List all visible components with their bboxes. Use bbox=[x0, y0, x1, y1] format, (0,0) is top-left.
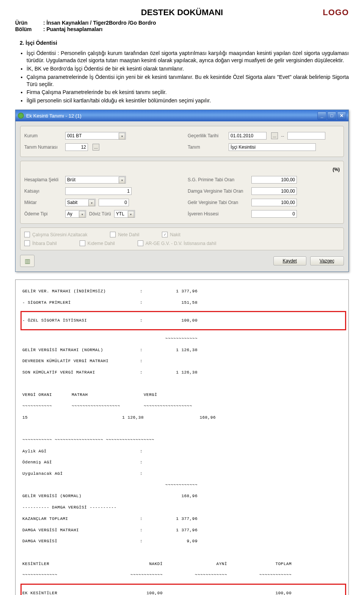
bullet-list: İşçi Ödentisi : Personelin çalıştığı kur… bbox=[27, 50, 349, 104]
urun-value: : İnsan Kaynakları / Tiger2Bordro /Go Bo… bbox=[43, 20, 156, 26]
hesaplama-field[interactable] bbox=[65, 176, 126, 184]
arge-checkbox[interactable]: AR-GE G.V. - D.V. İstisnasına dahil bbox=[138, 240, 217, 246]
tanim-field[interactable] bbox=[229, 143, 316, 151]
kideme-checkbox[interactable]: Kıdeme Dahil bbox=[80, 240, 115, 246]
tanimno-label: Tanım Numarası bbox=[24, 144, 62, 150]
kurum-label: Kurum bbox=[24, 133, 62, 138]
sgprim-field[interactable] bbox=[251, 176, 297, 184]
gecerlilik-end-field[interactable] bbox=[287, 132, 325, 140]
date-dash: -- bbox=[281, 133, 284, 139]
close-icon[interactable]: ✕ bbox=[337, 111, 346, 120]
bullet-item: İlgili personelin sicil kartları/tabi ol… bbox=[27, 97, 349, 104]
miktar-val-field[interactable] bbox=[99, 199, 129, 206]
arge-label: AR-GE G.V. - D.V. İstisnasına dahil bbox=[146, 241, 217, 246]
gecerlilik-field[interactable] bbox=[229, 132, 267, 140]
chevron-down-icon[interactable]: ▾ bbox=[119, 133, 125, 140]
tanimno-field[interactable] bbox=[65, 143, 88, 151]
maximize-icon[interactable]: □ bbox=[327, 111, 336, 120]
katsayi-field[interactable] bbox=[65, 187, 132, 195]
r-l: GELİR VER. MATRAHI (İNDİRİMSİZ) bbox=[22, 289, 140, 294]
damga-field[interactable] bbox=[251, 187, 297, 195]
katsayi-label: Katsayı bbox=[24, 188, 62, 194]
damga-label: Damga Vergisine Tabi Oran bbox=[188, 188, 248, 194]
dialog-window: Ek Kesinti Tanımı - 12 (1) _ □ ✕ Kurum ▾ bbox=[15, 110, 349, 272]
ihbara-checkbox[interactable]: İhbara Dahil bbox=[24, 240, 57, 246]
bullet-item: Çalışma parametrelerinde İş Ödentisi içi… bbox=[27, 74, 349, 88]
percent-label: (%) bbox=[333, 167, 340, 172]
nakit-checkbox[interactable]: ✓Nakit bbox=[162, 232, 180, 237]
kideme-label: Kıdeme Dahil bbox=[88, 241, 115, 246]
chevron-down-icon[interactable]: ▾ bbox=[128, 211, 134, 218]
logo: LOGO bbox=[323, 8, 349, 17]
window-title: Ek Kesinti Tanımı - 12 (1) bbox=[26, 113, 317, 119]
save-button[interactable]: Kaydet bbox=[273, 256, 306, 265]
tanim-label: Tanım bbox=[188, 144, 226, 150]
odeme-label: Ödeme Tipi bbox=[24, 211, 62, 217]
lookup-icon[interactable]: … bbox=[93, 144, 99, 151]
bullet-item: Firma Çalışma Parametrelerinde bu ek kes… bbox=[27, 89, 349, 96]
doviz-label: Döviz Türü bbox=[89, 211, 111, 217]
urun-label: Ürün bbox=[15, 20, 42, 26]
bolum-value: : Puantaj hesaplamaları bbox=[43, 26, 102, 32]
gelir-label: Gelir Vergisine Tabi Oran bbox=[188, 200, 248, 205]
bullet-item: İşçi Ödentisi : Personelin çalıştığı kur… bbox=[27, 50, 349, 64]
section-heading: 2. İşçi Ödentisi bbox=[20, 40, 349, 46]
date-picker-icon[interactable]: … bbox=[271, 132, 278, 139]
kurum-field[interactable] bbox=[65, 132, 126, 140]
highlight-ozel-sigorta: - ÖZEL SİGORTA İSTİSNASI:100,00 bbox=[20, 311, 346, 330]
chevron-down-icon[interactable]: ▾ bbox=[119, 177, 125, 184]
gecerlilik-label: Geçerlilik Tarihi bbox=[188, 133, 226, 138]
doc-title: DESTEK DOKÜMANI bbox=[15, 8, 349, 17]
miktar-label: Miktar bbox=[24, 200, 62, 205]
highlight-ek-kesintiler: EK KESİNTİLER100,00100,00 bbox=[20, 584, 346, 595]
isveren-label: İşveren Hissesi bbox=[188, 211, 248, 217]
chevron-down-icon[interactable]: ▾ bbox=[88, 199, 95, 206]
cancel-button[interactable]: Vazgeç bbox=[310, 256, 344, 265]
chevron-down-icon[interactable]: ▾ bbox=[79, 211, 85, 218]
minimize-icon[interactable]: _ bbox=[317, 111, 326, 120]
calisma-suresi-checkbox[interactable]: Çalışma Süresini Azaltacak bbox=[24, 232, 87, 237]
nete-checkbox[interactable]: Nete Dahil bbox=[110, 232, 139, 237]
ihbara-label: İhbara Dahil bbox=[32, 241, 57, 246]
payroll-report: GELİR VER. MATRAHI (İNDİRİMSİZ):1 377,96… bbox=[15, 279, 349, 595]
calisma-suresi-label: Çalışma Süresini Azaltacak bbox=[32, 232, 87, 237]
isveren-field[interactable] bbox=[251, 210, 297, 218]
list-icon-button[interactable]: ▥ bbox=[20, 255, 35, 267]
hesaplama-label: Hesaplama Şekli bbox=[24, 177, 62, 182]
nakit-label: Nakit bbox=[170, 232, 180, 237]
titlebar: Ek Kesinti Tanımı - 12 (1) _ □ ✕ bbox=[16, 110, 348, 121]
bolum-label: Bölüm bbox=[15, 26, 42, 32]
nete-label: Nete Dahil bbox=[118, 232, 139, 237]
app-icon bbox=[18, 113, 24, 119]
sgprim-label: S.G. Primine Tabi Oran bbox=[188, 177, 248, 182]
gelir-field[interactable] bbox=[251, 199, 297, 206]
bullet-item: İK, BK ve Bordro'da İşçi Ödentisi de bir… bbox=[27, 65, 349, 72]
